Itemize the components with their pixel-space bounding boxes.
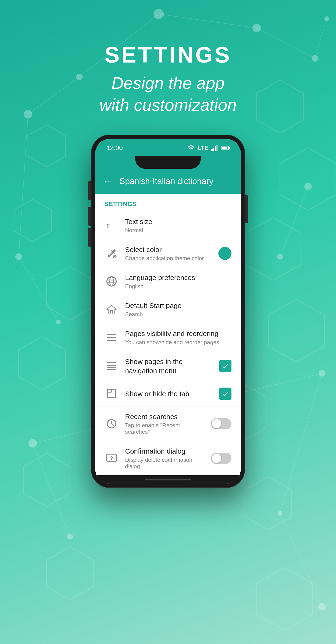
svg-point-25 [67,534,73,540]
svg-point-52 [110,277,114,286]
svg-point-50 [114,256,116,257]
show-tab-title: Show or hide the tab [125,389,213,398]
item-text-language: Language preferences English [125,273,232,290]
svg-rect-45 [228,147,230,149]
recent-searches-subtitle: Tap to enable "Recent searches" [125,422,204,435]
globe-icon [104,274,118,288]
svg-marker-5 [280,148,336,210]
item-text-confirmation-dialog: Confirmation dialog Display delete confi… [125,446,204,470]
dialog-icon: ? [104,451,118,465]
item-text-show-nav-pages: Show pages in the navigation menu [125,357,213,375]
svg-point-16 [252,24,261,32]
svg-rect-41 [213,148,214,151]
svg-line-35 [280,187,308,257]
svg-marker-11 [47,547,93,600]
settings-content: SETTINGS T T Text size Normal [95,194,241,475]
item-text-text-size: Text size Normal [125,217,232,234]
svg-line-30 [159,14,257,28]
color-circle[interactable] [218,247,232,260]
svg-line-37 [33,443,70,537]
svg-rect-42 [215,146,216,151]
svg-rect-40 [212,149,213,151]
svg-marker-2 [47,267,93,320]
show-nav-pages-control[interactable] [219,360,232,372]
select-color-subtitle: Change application theme color [125,255,212,262]
color-dot-control[interactable] [218,247,232,260]
confirmation-dialog-toggle[interactable] [211,453,232,464]
status-bar: 12:00 LTE [95,139,241,156]
settings-item-recent-searches[interactable]: Recent searches Tap to enable "Recent se… [95,406,241,441]
recent-searches-toggle[interactable] [211,418,232,429]
lte-label: LTE [198,145,208,151]
signal-icon [212,145,218,151]
wifi-icon [187,145,194,151]
app-bar-title: Spanish-Italian dictionary [120,176,213,186]
svg-marker-9 [23,453,70,506]
svg-line-38 [280,373,322,513]
menu-icon [104,330,118,344]
hero-subtitle: Design the app with customization [100,72,236,116]
settings-item-text-size[interactable]: T T Text size Normal [95,212,241,240]
language-title: Language preferences [125,273,232,282]
text-size-subtitle: Normal [125,227,232,234]
tab-icon [104,387,118,401]
select-color-title: Select color [125,245,212,254]
home-indicator [145,478,191,480]
svg-line-33 [19,114,28,257]
settings-item-pages-visibility[interactable]: Pages visibility and reordering You can … [95,324,241,352]
svg-marker-7 [268,299,324,362]
svg-marker-4 [257,80,303,133]
settings-item-select-color[interactable]: Select color Change application theme co… [95,240,241,268]
svg-point-15 [154,9,164,19]
svg-marker-6 [245,218,301,280]
svg-marker-0 [28,125,65,167]
start-page-title: Default Start page [125,301,232,310]
svg-rect-46 [222,147,227,149]
confirmation-dialog-title: Confirmation dialog [125,446,204,456]
item-text-select-color: Select color Change application theme co… [125,245,212,262]
pages-visibility-title: Pages visibility and reordering [125,329,232,338]
settings-item-language[interactable]: Language preferences English [95,268,241,296]
recent-searches-control[interactable] [211,418,232,429]
confirmation-dialog-control[interactable] [211,453,232,464]
svg-text:T: T [110,226,114,231]
settings-item-show-tab[interactable]: Show or hide the tab [95,381,241,406]
svg-line-32 [315,19,327,58]
start-page-subtitle: Search [125,311,232,318]
show-nav-pages-title: Show pages in the navigation menu [125,357,213,375]
svg-marker-10 [245,477,292,530]
confirmation-dialog-subtitle: Display delete confirmation dialog [125,457,204,470]
svg-marker-1 [14,200,51,242]
svg-marker-12 [257,568,313,630]
svg-point-13 [24,110,32,118]
svg-point-51 [107,277,116,286]
svg-point-17 [312,55,318,62]
text-size-icon: T T [104,218,118,232]
svg-text:?: ? [110,456,113,460]
svg-point-14 [76,74,82,80]
hero-title: SETTINGS [100,42,236,68]
item-text-show-tab: Show or hide the tab [125,389,213,398]
svg-point-20 [56,320,61,324]
show-nav-pages-checkbox[interactable] [219,360,232,372]
svg-point-26 [278,511,282,516]
svg-point-24 [319,370,325,376]
settings-item-show-nav-pages[interactable]: Show pages in the navigation menu [95,352,241,381]
back-button[interactable]: ← [103,176,113,187]
menu-lines-icon [104,359,118,373]
phone-bottom-bar [95,475,241,484]
settings-item-confirmation-dialog[interactable]: ? Confirmation dialog Display delete con… [95,441,241,475]
phone-mockup: 12:00 LTE [91,135,245,488]
language-subtitle: English [125,283,232,290]
settings-section-header: SETTINGS [95,194,241,212]
item-text-pages-visibility: Pages visibility and reordering You can … [125,329,232,346]
show-tab-control[interactable] [219,388,232,400]
show-tab-checkbox[interactable] [219,388,232,400]
settings-item-start-page[interactable]: Default Start page Search [95,296,241,324]
svg-point-22 [277,254,283,260]
clock-icon [104,417,118,431]
svg-point-21 [304,183,312,190]
svg-point-18 [324,16,329,21]
notch [135,156,201,169]
notch-area [95,156,241,169]
